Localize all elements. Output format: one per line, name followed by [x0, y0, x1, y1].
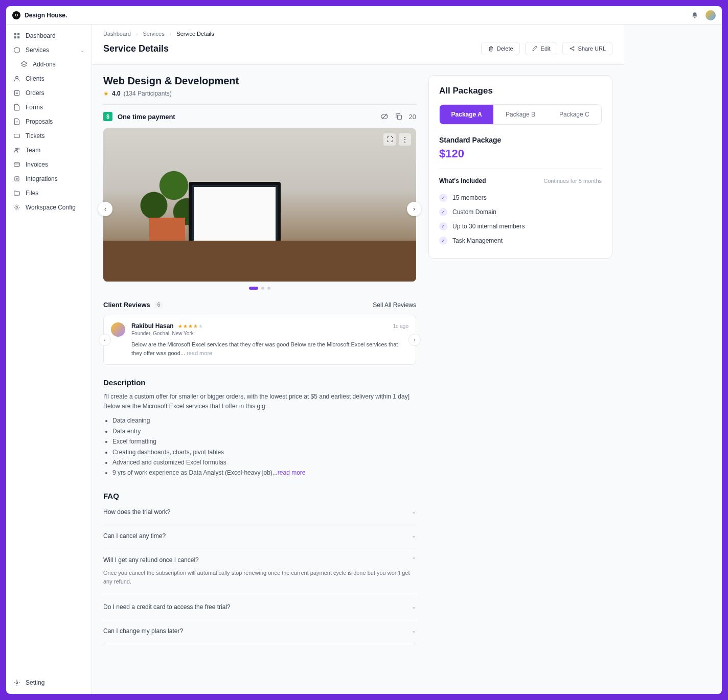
carousel-next[interactable]: › [407, 202, 421, 216]
visibility-icon[interactable] [380, 112, 389, 121]
delete-button[interactable]: Delete [481, 42, 520, 55]
carousel-prev[interactable]: ‹ [98, 202, 112, 216]
faq-question[interactable]: Can I cancel any time?⌄ [103, 532, 416, 540]
breadcrumb-dashboard[interactable]: Dashboard [103, 31, 131, 37]
view-count: 20 [409, 113, 416, 121]
faq-question[interactable]: Do I need a credit card to access the fr… [103, 603, 416, 611]
desc-item: Excel formatting [112, 436, 416, 447]
review-prev[interactable]: ‹ [99, 334, 111, 346]
edit-button[interactable]: Edit [525, 42, 557, 55]
svg-rect-0 [14, 33, 16, 35]
chevron-right-icon: › [136, 31, 138, 37]
tab-package-b[interactable]: Package B [493, 105, 547, 124]
sidebar-item-workspace-config[interactable]: Workspace Config [6, 200, 92, 215]
user-avatar[interactable] [706, 10, 716, 20]
review-stars: ★★★★★ [178, 323, 203, 329]
desc-item: Data entry [112, 426, 416, 436]
faq-item: Can I change my plans later?⌄ [103, 619, 416, 643]
sidebar-item-team[interactable]: Team [6, 143, 92, 157]
sidebar-item-files[interactable]: Files [6, 186, 92, 200]
description-readmore[interactable]: read more [278, 469, 306, 476]
faq-question[interactable]: How does the trial work?⌄ [103, 508, 416, 516]
carousel-dot[interactable] [261, 287, 264, 290]
file-icon [13, 104, 20, 111]
svg-point-17 [16, 682, 18, 684]
svg-rect-12 [14, 163, 20, 167]
sidebar-item-clients[interactable]: Clients [6, 72, 92, 86]
fullscreen-icon[interactable]: ⛶ [383, 133, 396, 146]
included-label: What's Included [439, 177, 486, 184]
description-title: Description [103, 378, 416, 387]
faq-question[interactable]: Will I get any refund once I cancel?⌃ [103, 556, 416, 564]
svg-point-15 [16, 178, 17, 179]
more-icon[interactable]: ⋮ [399, 133, 411, 146]
sidebar-item-forms[interactable]: Forms [6, 100, 92, 114]
review-text: Below are the Microsoft Excel services t… [131, 340, 408, 357]
service-image: ⛶ ⋮ [103, 128, 416, 282]
sidebar-item-integrations[interactable]: Integrations [6, 172, 92, 186]
reviews-heading: Client Reviews [103, 301, 150, 309]
service-title: Web Design & Development [103, 75, 416, 87]
check-icon: ✓ [439, 208, 447, 216]
layers-icon [20, 61, 28, 68]
package-duration: Continues for 5 months [543, 178, 602, 184]
check-icon: ✓ [439, 237, 447, 245]
desc-item: Advanced and customized Excel formulas [112, 457, 416, 468]
tab-package-c[interactable]: Package C [548, 105, 601, 124]
pencil-icon [532, 45, 538, 52]
faq-item: Can I cancel any time?⌄ [103, 524, 416, 548]
feature-item: ✓15 members [439, 191, 602, 205]
team-icon [13, 147, 20, 154]
plug-icon [13, 175, 20, 182]
star-icon: ★ [103, 90, 109, 97]
desc-item: 9 yrs of work experience as Data Analyst… [112, 468, 416, 478]
svg-rect-1 [17, 33, 19, 35]
sidebar-item-services[interactable]: Services⌄ [6, 43, 92, 57]
svg-point-19 [573, 46, 574, 48]
brand[interactable]: O Design House. [12, 11, 67, 19]
reviewer-avatar [111, 322, 125, 337]
all-reviews-link[interactable]: Sell All Reviews [373, 301, 416, 309]
svg-rect-9 [14, 134, 20, 138]
tab-package-a[interactable]: Package A [440, 105, 493, 124]
sidebar-item-addons[interactable]: Add-ons [6, 57, 92, 72]
breadcrumb-current: Service Details [176, 31, 214, 37]
sidebar-item-dashboard[interactable]: Dashboard [6, 29, 92, 43]
desc-item: Data cleaning [112, 415, 416, 426]
carousel-dot[interactable] [249, 287, 258, 290]
description-intro: I'll create a custom offer for smaller o… [103, 392, 416, 411]
sidebar-item-tickets[interactable]: Tickets [6, 129, 92, 143]
desc-item: Creating dashboards, charts, pivot table… [112, 447, 416, 457]
sidebar-item-orders[interactable]: Orders [6, 86, 92, 100]
sidebar-item-proposals[interactable]: Proposals [6, 114, 92, 129]
svg-rect-14 [15, 177, 19, 181]
feature-item: ✓Custom Domain [439, 205, 602, 219]
sidebar-settings[interactable]: Setting [6, 675, 92, 690]
sidebar-item-invoices[interactable]: Invoices [6, 157, 92, 172]
review-readmore[interactable]: read more [187, 350, 212, 356]
chevron-down-icon: ⌄ [412, 627, 416, 634]
breadcrumb-services[interactable]: Services [143, 31, 165, 37]
svg-rect-3 [17, 36, 19, 38]
check-icon: ✓ [439, 222, 447, 230]
chevron-right-icon: › [170, 31, 172, 37]
chevron-down-icon: ⌄ [80, 48, 84, 53]
package-price: $120 [439, 147, 602, 160]
payment-type: One time payment [118, 113, 175, 121]
copy-icon[interactable] [395, 112, 403, 121]
feature-item: ✓Task Management [439, 234, 602, 248]
faq-question[interactable]: Can I change my plans later?⌄ [103, 627, 416, 635]
reviewer-name: Rakibul Hasan [131, 322, 174, 330]
payment-badge-icon: $ [103, 112, 112, 121]
faq-title: FAQ [103, 492, 416, 500]
faq-item: How does the trial work?⌄ [103, 500, 416, 524]
participants-count: (134 Participants) [124, 90, 172, 97]
carousel-dot[interactable] [267, 287, 270, 290]
notifications-icon[interactable] [691, 12, 698, 19]
review-next[interactable]: › [408, 334, 421, 346]
svg-point-4 [16, 76, 18, 79]
share-button[interactable]: Share URL [562, 42, 612, 55]
share-icon [569, 45, 575, 52]
description-list: Data cleaning Data entry Excel formattin… [112, 415, 416, 478]
rating-value: 4.0 [112, 90, 121, 97]
